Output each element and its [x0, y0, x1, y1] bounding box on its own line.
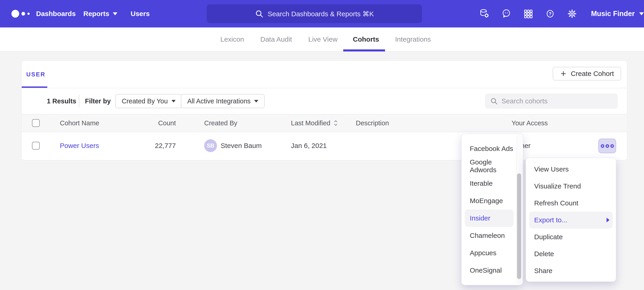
creator-name: Steven Baum: [220, 142, 262, 150]
active-type-underline: [22, 86, 47, 88]
submenu-item-onesignal[interactable]: OneSignal: [465, 262, 514, 279]
column-header-created-by[interactable]: Created By: [204, 114, 237, 132]
tab-label: USER: [26, 71, 46, 78]
help-icon[interactable]: ?: [545, 9, 556, 19]
chevron-down-icon: [639, 12, 644, 15]
export-destinations-list: Braze Facebook Ads Google Adwords Iterab…: [465, 134, 520, 279]
filter-by-label: Filter by: [85, 97, 111, 105]
submenu-scrollbar-track[interactable]: [516, 135, 522, 284]
tab-label: Live View: [308, 36, 338, 43]
menu-item-label: Export to...: [534, 216, 567, 224]
created-by-cell: SB Steven Baum: [204, 132, 262, 159]
column-header-count[interactable]: Count: [136, 114, 176, 132]
filter-created-by-dropdown[interactable]: Created By You: [115, 94, 182, 108]
tab-data-audit[interactable]: Data Audit: [260, 28, 292, 51]
column-header-label: Last Modified: [291, 119, 330, 127]
row-context-menu: View Users Visualize Trend Refresh Count…: [526, 158, 616, 282]
submenu-item-google-adwords[interactable]: Google Adwords: [465, 157, 514, 175]
active-tab-underline: [343, 49, 385, 51]
tab-label: Integrations: [395, 36, 431, 43]
nav-item-label: Dashboards: [36, 10, 76, 18]
row-actions-button[interactable]: [598, 138, 616, 153]
tab-user-cohorts[interactable]: USER: [26, 61, 46, 88]
logo-dot-medium: [22, 12, 25, 16]
row-checkbox[interactable]: [32, 142, 40, 150]
project-name: Music Finder: [591, 10, 635, 18]
ellipsis-icon: [601, 144, 604, 148]
svg-text:?: ?: [549, 11, 552, 16]
project-selector[interactable]: Music Finder: [591, 0, 644, 28]
menu-item-delete[interactable]: Delete: [529, 245, 613, 262]
tab-cohorts[interactable]: Cohorts: [353, 28, 379, 51]
nav-item-users[interactable]: Users: [131, 0, 150, 28]
cohort-search-field: [485, 94, 618, 109]
feedback-icon[interactable]: [501, 9, 512, 19]
menu-item-view-users[interactable]: View Users: [529, 161, 613, 178]
global-search-placeholder: Search Dashboards & Reports ⌘K: [268, 10, 374, 18]
menu-item-share[interactable]: Share: [529, 262, 613, 279]
divider: [79, 95, 79, 107]
export-destinations-submenu: Braze Facebook Ads Google Adwords Iterab…: [461, 134, 523, 285]
chevron-down-icon: [113, 12, 118, 15]
plus-icon: [560, 70, 567, 77]
filter-label: All Active Integrations: [187, 97, 250, 105]
menu-item-visualize-trend[interactable]: Visualize Trend: [529, 178, 613, 195]
ellipsis-icon: [606, 144, 609, 148]
results-count: 1 Results: [47, 97, 76, 105]
submenu-item-iterable[interactable]: Iterable: [465, 175, 514, 192]
section-tabbar: Lexicon Data Audit Live View Cohorts Int…: [0, 28, 644, 52]
column-header-cohort-name[interactable]: Cohort Name: [60, 114, 99, 132]
data-settings-icon[interactable]: [479, 9, 490, 19]
create-cohort-button[interactable]: Create Cohort: [553, 67, 621, 80]
cohort-count: 22,777: [136, 132, 176, 159]
cohort-name-link[interactable]: Power Users: [60, 142, 99, 150]
submenu-item-braze[interactable]: Braze: [465, 134, 514, 140]
app-screen: Dashboards Reports Users Search Dashboar…: [0, 0, 644, 290]
table-header: Cohort Name Count Created By Last Modifi…: [22, 114, 627, 132]
column-header-your-access[interactable]: Your Access: [512, 114, 548, 132]
filter-integrations-dropdown[interactable]: All Active Integrations: [181, 94, 265, 108]
submenu-arrow-icon: [606, 218, 610, 222]
tab-integrations[interactable]: Integrations: [395, 28, 431, 51]
cohorts-panel: USER Create Cohort 1 Results Filter by C…: [22, 61, 627, 160]
apps-grid-icon[interactable]: [523, 9, 534, 19]
column-header-description[interactable]: Description: [356, 114, 389, 132]
nav-item-dashboards[interactable]: Dashboards: [36, 0, 76, 28]
sort-icon[interactable]: [333, 120, 338, 126]
chevron-down-icon: [172, 100, 176, 102]
table-row: Power Users 22,777 SB Steven Baum Jan 6,…: [22, 132, 627, 159]
cohort-search-input[interactable]: [502, 97, 613, 105]
settings-gear-icon[interactable]: [567, 9, 577, 19]
nav-item-reports[interactable]: Reports: [83, 0, 118, 28]
tab-lexicon[interactable]: Lexicon: [220, 28, 244, 51]
tab-label: Cohorts: [353, 36, 379, 43]
logo-dot-small: [28, 13, 30, 15]
last-modified-cell: Jan 6, 2021: [291, 132, 327, 159]
avatar: SB: [204, 139, 217, 152]
mixpanel-logo-icon[interactable]: [12, 0, 30, 28]
tab-label: Lexicon: [220, 36, 244, 43]
submenu-item-moengage[interactable]: MoEngage: [465, 192, 514, 210]
submenu-item-chameleon[interactable]: Chameleon: [465, 227, 514, 244]
filter-label: Created By You: [122, 97, 168, 105]
submenu-item-insider[interactable]: Insider: [465, 210, 514, 227]
chevron-down-icon: [254, 100, 258, 102]
tab-label: Data Audit: [260, 36, 292, 43]
menu-item-export-to[interactable]: Export to...: [529, 212, 613, 228]
submenu-item-appcues[interactable]: Appcues: [465, 244, 514, 262]
column-header-last-modified[interactable]: Last Modified: [291, 114, 338, 132]
select-all-checkbox[interactable]: [32, 119, 40, 127]
nav-item-label: Users: [131, 10, 150, 18]
global-search-bar[interactable]: Search Dashboards & Reports ⌘K: [207, 4, 422, 23]
submenu-scrollbar-thumb[interactable]: [517, 173, 521, 279]
tab-live-view[interactable]: Live View: [308, 28, 338, 51]
submenu-item-facebook-ads[interactable]: Facebook Ads: [465, 140, 514, 157]
cohort-type-tabs: USER Create Cohort: [22, 61, 627, 88]
top-navbar: Dashboards Reports Users Search Dashboar…: [0, 0, 644, 28]
search-icon: [255, 9, 264, 18]
menu-item-refresh-count[interactable]: Refresh Count: [529, 195, 613, 212]
filter-toolbar: 1 Results Filter by Created By You All A…: [22, 88, 627, 114]
search-icon: [490, 97, 498, 105]
ellipsis-icon: [610, 144, 614, 148]
menu-item-duplicate[interactable]: Duplicate: [529, 228, 613, 245]
